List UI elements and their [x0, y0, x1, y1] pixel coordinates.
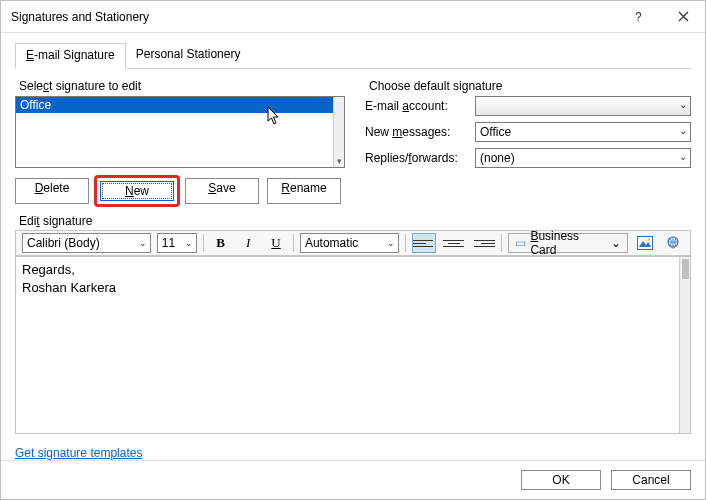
- svg-marker-4: [639, 241, 651, 247]
- signature-editor[interactable]: Regards, Roshan Karkera: [15, 256, 691, 434]
- dialog-footer: OK Cancel: [1, 460, 705, 499]
- help-button[interactable]: ?: [617, 1, 661, 33]
- edit-signature-label: Edit signature: [19, 214, 691, 228]
- tab-email-signature[interactable]: E-mail Signature: [15, 43, 126, 69]
- chevron-down-icon: ⌄: [679, 125, 687, 136]
- new-button[interactable]: New: [100, 181, 174, 201]
- new-button-highlight: New: [94, 175, 180, 207]
- font-size-combo[interactable]: 11⌄: [157, 233, 197, 253]
- close-button[interactable]: [661, 1, 705, 33]
- business-card-icon: ▭: [515, 236, 526, 250]
- chevron-down-icon: ⌄: [611, 236, 621, 250]
- rename-button[interactable]: Rename: [267, 178, 341, 204]
- window-title: Signatures and Stationery: [11, 10, 617, 24]
- tab-bar: E-mail Signature Personal Stationery: [15, 43, 691, 69]
- signature-list[interactable]: Office ▾: [15, 96, 345, 168]
- italic-button[interactable]: I: [237, 233, 259, 253]
- editor-line: Regards,: [22, 261, 684, 279]
- svg-rect-3: [638, 237, 653, 250]
- svg-text:?: ?: [635, 11, 642, 23]
- font-color-combo[interactable]: Automatic⌄: [300, 233, 399, 253]
- insert-link-button[interactable]: [662, 233, 684, 253]
- format-toolbar: Calibri (Body)⌄ 11⌄ B I U Automatic⌄ ▭ B…: [15, 230, 691, 256]
- chevron-down-icon: ⌄: [679, 99, 687, 110]
- editor-line: Roshan Karkera: [22, 279, 684, 297]
- underline-button[interactable]: U: [265, 233, 287, 253]
- new-messages-label: New messages:: [365, 125, 475, 139]
- select-signature-label: Select signature to edit: [19, 79, 345, 93]
- editor-scrollbar[interactable]: [679, 257, 690, 433]
- scrollbar-thumb[interactable]: [682, 259, 689, 279]
- bold-button[interactable]: B: [210, 233, 232, 253]
- align-center-button[interactable]: [442, 233, 466, 253]
- choose-default-label: Choose default signature: [369, 79, 691, 93]
- email-account-label: E-mail account:: [365, 99, 475, 113]
- delete-button[interactable]: Delete: [15, 178, 89, 204]
- chevron-down-icon: ⌄: [679, 151, 687, 162]
- align-left-button[interactable]: [412, 233, 436, 253]
- tab-personal-stationery[interactable]: Personal Stationery: [126, 43, 251, 68]
- email-account-combo[interactable]: ⌄: [475, 96, 691, 116]
- business-card-button[interactable]: ▭ Business Card ⌄: [508, 233, 628, 253]
- signature-list-item[interactable]: Office: [16, 97, 344, 113]
- replies-forwards-combo[interactable]: (none) ⌄: [475, 148, 691, 168]
- chevron-down-icon: ⌄: [139, 238, 147, 248]
- replies-forwards-label: Replies/forwards:: [365, 151, 475, 165]
- scroll-down-icon: ▾: [335, 156, 343, 166]
- cancel-button[interactable]: Cancel: [611, 470, 691, 490]
- align-right-button[interactable]: [472, 233, 496, 253]
- insert-picture-button[interactable]: [634, 233, 656, 253]
- svg-point-5: [648, 238, 651, 241]
- chevron-down-icon: ⌄: [387, 238, 395, 248]
- font-family-combo[interactable]: Calibri (Body)⌄: [22, 233, 151, 253]
- save-button[interactable]: Save: [185, 178, 259, 204]
- dialog-window: Signatures and Stationery ? E-mail Signa…: [0, 0, 706, 500]
- new-messages-combo[interactable]: Office ⌄: [475, 122, 691, 142]
- titlebar: Signatures and Stationery ?: [1, 1, 705, 33]
- list-scrollbar[interactable]: ▾: [333, 97, 344, 167]
- get-templates-link[interactable]: Get signature templates: [15, 446, 142, 460]
- chevron-down-icon: ⌄: [185, 238, 193, 248]
- ok-button[interactable]: OK: [521, 470, 601, 490]
